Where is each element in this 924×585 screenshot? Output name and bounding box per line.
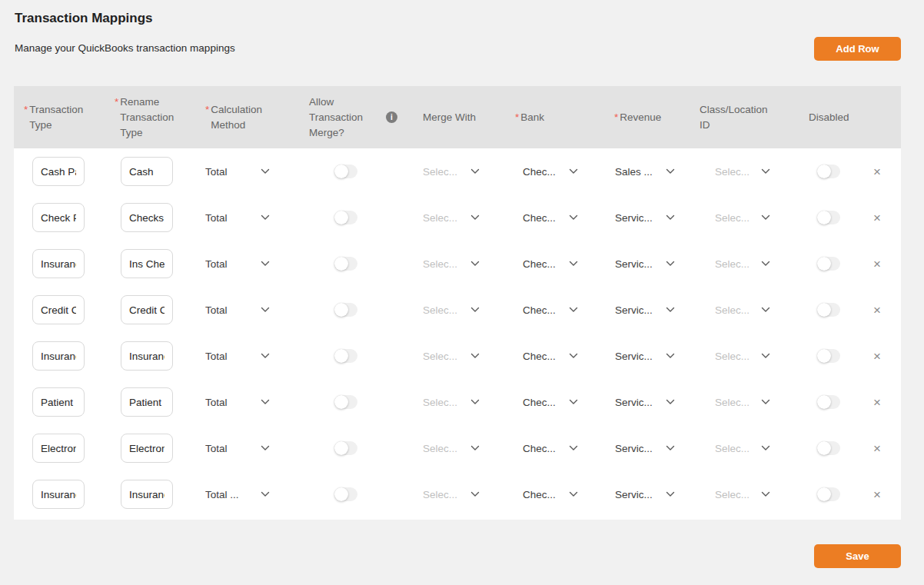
transaction-type-input[interactable]: [32, 295, 85, 324]
allow-merge-toggle[interactable]: [334, 211, 357, 224]
bank-select[interactable]: Chec...: [523, 397, 578, 408]
table-row: Total Selec... Chec... Servic...: [14, 379, 901, 425]
close-icon: ×: [873, 441, 881, 456]
remove-row-button[interactable]: ×: [870, 301, 884, 320]
transaction-type-input[interactable]: [32, 434, 85, 463]
class-location-select[interactable]: Selec...: [715, 258, 770, 270]
chevron-down-icon: [761, 307, 770, 313]
calculation-method-select[interactable]: Total: [205, 212, 270, 224]
merge-with-select[interactable]: Selec...: [423, 489, 480, 500]
transaction-type-input[interactable]: [32, 157, 85, 186]
calculation-method-select[interactable]: Total: [205, 397, 270, 408]
revenue-select[interactable]: Servic...: [615, 258, 675, 270]
bank-select[interactable]: Chec...: [523, 166, 578, 178]
rename-transaction-type-input[interactable]: [121, 295, 173, 324]
save-button[interactable]: Save: [814, 544, 901, 568]
chevron-down-icon: [470, 353, 480, 359]
revenue-select[interactable]: Servic...: [615, 212, 675, 224]
transaction-type-input[interactable]: [32, 249, 85, 278]
class-location-select[interactable]: Selec...: [715, 443, 770, 454]
allow-merge-toggle[interactable]: [334, 441, 357, 455]
revenue-cell: Servic...: [610, 212, 693, 224]
revenue-select[interactable]: Servic...: [615, 351, 675, 362]
revenue-select[interactable]: Servic...: [615, 489, 675, 500]
required-asterisk: *: [24, 102, 28, 118]
disabled-toggle[interactable]: [817, 487, 840, 501]
bank-select[interactable]: Chec...: [523, 258, 578, 270]
transaction-type-input[interactable]: [32, 480, 85, 509]
bank-select[interactable]: Chec...: [523, 443, 578, 454]
calculation-method-select[interactable]: Total ...: [205, 489, 270, 500]
remove-row-button[interactable]: ×: [870, 347, 884, 366]
chevron-down-icon: [761, 168, 770, 175]
allow-merge-toggle[interactable]: [334, 349, 357, 363]
bank-select[interactable]: Chec...: [523, 304, 578, 316]
required-asterisk: *: [614, 110, 618, 125]
rename-transaction-type-input[interactable]: [121, 434, 173, 463]
calculation-method-select[interactable]: Total: [205, 258, 270, 270]
rename-transaction-type-input[interactable]: [121, 387, 173, 417]
disabled-toggle[interactable]: [817, 441, 840, 455]
mappings-table: * Transaction Type * Rename Transaction …: [14, 86, 901, 520]
toggle-knob: [334, 395, 348, 409]
merge-with-select[interactable]: Selec...: [423, 443, 480, 454]
chevron-down-icon: [761, 445, 770, 451]
merge-with-select[interactable]: Selec...: [423, 166, 480, 178]
class-location-select[interactable]: Selec...: [715, 351, 770, 362]
revenue-select[interactable]: Servic...: [615, 397, 675, 408]
disabled-toggle[interactable]: [817, 349, 840, 363]
bank-select[interactable]: Chec...: [523, 351, 578, 362]
transaction-type-input[interactable]: [32, 387, 85, 417]
allow-merge-toggle[interactable]: [334, 395, 357, 409]
remove-row-button[interactable]: ×: [870, 393, 884, 412]
merge-with-select[interactable]: Selec...: [423, 258, 480, 270]
class-location-select[interactable]: Selec...: [715, 489, 770, 500]
revenue-select[interactable]: Servic...: [615, 304, 675, 316]
allow-merge-toggle[interactable]: [334, 165, 357, 178]
transaction-mappings-page: Transaction Mappings Manage your QuickBo…: [0, 0, 924, 585]
transaction-type-input[interactable]: [32, 203, 85, 232]
class-location-select[interactable]: Selec...: [715, 304, 770, 316]
remove-row-button[interactable]: ×: [870, 439, 884, 458]
class-location-select[interactable]: Selec...: [715, 212, 770, 224]
allow-merge-toggle[interactable]: [334, 257, 357, 271]
column-header-merge-with: Merge With: [417, 110, 509, 125]
allow-merge-toggle[interactable]: [334, 303, 357, 317]
revenue-select[interactable]: Servic...: [615, 443, 675, 454]
rename-transaction-type-input[interactable]: [121, 203, 173, 232]
disabled-toggle[interactable]: [817, 257, 840, 271]
calculation-method-select[interactable]: Total: [205, 304, 270, 316]
merge-with-select[interactable]: Selec...: [423, 304, 480, 316]
disabled-toggle[interactable]: [817, 303, 840, 317]
calculation-method-select[interactable]: Total: [205, 443, 270, 454]
rename-transaction-type-input[interactable]: [121, 249, 173, 278]
transaction-type-input[interactable]: [32, 341, 85, 371]
add-row-button[interactable]: Add Row: [814, 37, 901, 61]
allow-merge-toggle[interactable]: [334, 487, 357, 501]
disabled-toggle[interactable]: [817, 211, 840, 224]
info-icon[interactable]: i: [386, 111, 397, 123]
class-location-select[interactable]: Selec...: [715, 166, 770, 178]
bank-select[interactable]: Chec...: [523, 212, 578, 224]
disabled-toggle[interactable]: [817, 165, 840, 178]
disabled-toggle[interactable]: [817, 395, 840, 409]
toggle-knob: [334, 165, 348, 178]
calculation-method-select[interactable]: Total: [205, 351, 270, 362]
revenue-select[interactable]: Sales ...: [615, 166, 675, 178]
merge-with-cell: Selec...: [417, 443, 509, 454]
merge-with-select[interactable]: Selec...: [423, 351, 480, 362]
rename-transaction-type-input[interactable]: [121, 341, 173, 371]
bank-select[interactable]: Chec...: [523, 489, 578, 500]
column-header-class-location-id: Class/Location ID: [693, 102, 803, 133]
remove-row-button[interactable]: ×: [870, 485, 884, 504]
class-location-select[interactable]: Selec...: [715, 397, 770, 408]
merge-with-select[interactable]: Selec...: [423, 212, 480, 224]
rename-transaction-type-input[interactable]: [121, 157, 173, 186]
remove-row-button[interactable]: ×: [870, 162, 884, 181]
remove-row-button[interactable]: ×: [870, 254, 884, 274]
chevron-down-icon: [666, 353, 675, 359]
rename-transaction-type-input[interactable]: [121, 480, 173, 509]
calculation-method-select[interactable]: Total: [205, 166, 270, 178]
remove-row-button[interactable]: ×: [870, 208, 884, 228]
merge-with-select[interactable]: Selec...: [423, 397, 480, 408]
